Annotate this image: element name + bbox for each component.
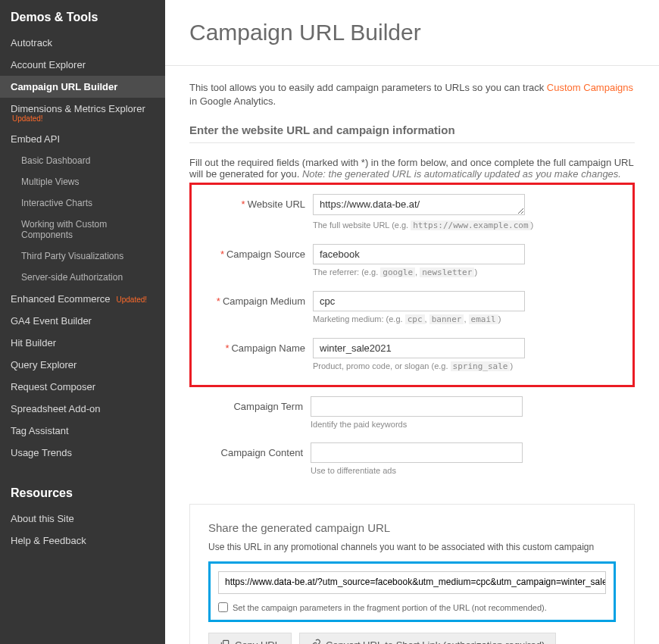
sidebar-item[interactable]: Dimensions & Metrics ExplorerUpdated! <box>0 98 165 128</box>
sidebar-section-title-resources: Resources <box>0 482 165 508</box>
generated-url-highlight: https://www.data-be.at/?utm_source=faceb… <box>208 561 616 622</box>
sidebar-item[interactable]: Server-side Authorization <box>0 267 165 288</box>
content-pane: Campaign URL Builder This tool allows yo… <box>165 0 659 644</box>
sidebar-section-title-tools: Demos & Tools <box>0 6 165 32</box>
sidebar-item[interactable]: Interactive Charts <box>0 192 165 214</box>
sidebar-item[interactable]: Third Party Visualizations <box>0 245 165 267</box>
generated-url-output[interactable]: https://www.data-be.at/?utm_source=faceb… <box>218 571 606 594</box>
sidebar-item[interactable]: Usage Trends <box>0 442 165 464</box>
sidebar-item[interactable]: Request Composer <box>0 376 165 398</box>
sidebar-item[interactable]: Help & Feedback <box>0 530 165 552</box>
link-icon <box>311 639 321 644</box>
campaign-source-label: Campaign Source <box>226 249 305 260</box>
campaign-content-input[interactable] <box>311 442 523 463</box>
campaign-name-input[interactable] <box>313 338 525 358</box>
intro-text: This tool allows you to easily add campa… <box>189 81 635 108</box>
sidebar-item[interactable]: Hit Builder <box>0 332 165 354</box>
sidebar: Demos & Tools AutotrackAccount ExplorerC… <box>0 0 165 644</box>
section-title: Enter the website URL and campaign infor… <box>189 123 635 143</box>
required-fields-highlight: *Website URL https://www.data-be.at/ The… <box>189 183 635 387</box>
sidebar-item[interactable]: Multiple Views <box>0 171 165 192</box>
convert-url-button[interactable]: Convert URL to Short Link (authorization… <box>299 633 556 644</box>
page-header: Campaign URL Builder <box>165 0 659 66</box>
sidebar-item[interactable]: Tag Assistant <box>0 420 165 442</box>
sidebar-item[interactable]: Spreadsheet Add-on <box>0 398 165 420</box>
campaign-name-label: Campaign Name <box>231 342 305 354</box>
sidebar-item[interactable]: Query Explorer <box>0 354 165 376</box>
clipboard-icon <box>220 639 230 644</box>
copy-url-button[interactable]: Copy URL <box>208 633 292 644</box>
website-url-input[interactable]: https://www.data-be.at/ <box>313 194 525 215</box>
updated-badge: Updated! <box>117 295 148 304</box>
campaign-name-hint: Product, promo code, or slogan (e.g. spr… <box>313 361 625 371</box>
fragment-label: Set the campaign parameters in the fragm… <box>233 603 547 612</box>
campaign-content-label: Campaign Content <box>221 447 303 458</box>
svg-rect-0 <box>223 641 229 644</box>
sidebar-item[interactable]: Account Explorer <box>0 54 165 76</box>
fragment-checkbox[interactable] <box>218 602 228 612</box>
share-panel: Share the generated campaign URL Use thi… <box>189 504 635 644</box>
sidebar-item[interactable]: About this Site <box>0 508 165 530</box>
website-url-hint: The full website URL (e.g. https://www.e… <box>313 220 625 230</box>
campaign-term-label: Campaign Term <box>233 401 303 412</box>
sidebar-item[interactable]: Basic Dashboard <box>0 150 165 171</box>
sidebar-item[interactable]: Embed API <box>0 128 165 150</box>
campaign-content-hint: Use to differentiate ads <box>311 466 627 475</box>
campaign-medium-input[interactable] <box>313 291 525 311</box>
custom-campaigns-link[interactable]: Custom Campaigns <box>547 82 633 93</box>
share-intro: Use this URL in any promotional channels… <box>208 542 616 552</box>
campaign-source-hint: The referrer: (e.g. google, newsletter) <box>313 267 625 277</box>
sidebar-item[interactable]: Enhanced EcommerceUpdated! <box>0 288 165 310</box>
sidebar-item[interactable]: GA4 Event Builder <box>0 310 165 332</box>
website-url-label: Website URL <box>248 199 305 210</box>
campaign-medium-hint: Marketing medium: (e.g. cpc, banner, ema… <box>313 314 625 324</box>
sidebar-item[interactable]: Autotrack <box>0 32 165 54</box>
campaign-source-input[interactable] <box>313 244 525 264</box>
page-title: Campaign URL Builder <box>189 20 635 45</box>
updated-badge: Updated! <box>11 114 155 123</box>
campaign-medium-label: Campaign Medium <box>223 295 305 307</box>
instructions: Fill out the required fields (marked wit… <box>189 157 635 180</box>
sidebar-item[interactable]: Campaign URL Builder <box>0 76 165 98</box>
campaign-term-input[interactable] <box>311 396 523 417</box>
campaign-term-hint: Identify the paid keywords <box>311 420 627 429</box>
share-title: Share the generated campaign URL <box>208 521 616 534</box>
optional-fields: Campaign Term Identify the paid keywords… <box>189 387 635 489</box>
sidebar-item[interactable]: Working with Custom Components <box>0 214 165 245</box>
